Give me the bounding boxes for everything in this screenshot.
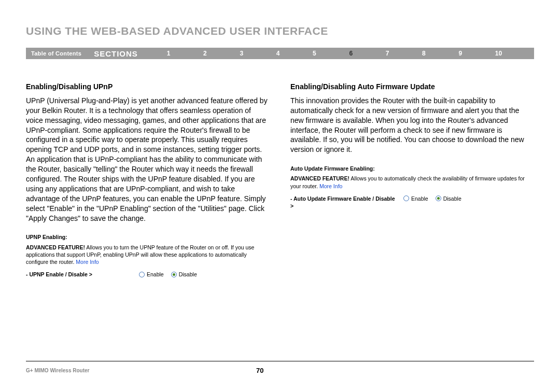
autofw-body: This innovation provides the Router with… — [290, 96, 534, 155]
section-link-1[interactable]: 1 — [167, 50, 171, 57]
page-number: 70 — [89, 367, 430, 374]
section-link-8[interactable]: 8 — [422, 50, 426, 57]
autofw-advanced-feature-label: ADVANCED FEATURE! — [290, 175, 349, 181]
sections-label: SECTIONS — [91, 49, 150, 58]
section-link-5[interactable]: 5 — [313, 50, 316, 57]
upnp-advanced-feature-label: ADVANCED FEATURE! — [26, 244, 85, 250]
autofw-enable-radio[interactable]: Enable — [403, 195, 428, 202]
section-link-10[interactable]: 10 — [495, 50, 502, 57]
upnp-ui-title: UPNP Enabling: — [26, 233, 270, 241]
upnp-enable-text: Enable — [147, 271, 164, 278]
radio-icon — [403, 195, 409, 201]
upnp-more-info-link[interactable]: More Info — [76, 259, 99, 265]
radio-icon — [436, 195, 441, 201]
upnp-disable-radio[interactable]: Disable — [171, 271, 197, 278]
right-column: Enabling/Disabling Auto Firmware Update … — [290, 82, 534, 278]
radio-icon — [171, 272, 177, 277]
upnp-body: UPnP (Universal Plug-and-Play) is yet an… — [26, 96, 270, 223]
section-link-3[interactable]: 3 — [240, 50, 243, 57]
autofw-enable-text: Enable — [411, 195, 428, 202]
upnp-enable-radio[interactable]: Enable — [139, 271, 164, 278]
section-links: 12345678910 — [150, 50, 534, 57]
footer-product: G+ MIMO Wireless Router — [26, 368, 89, 373]
upnp-ui-desc: ADVANCED FEATURE! Allows you to turn the… — [26, 244, 270, 266]
section-navbar: Table of Contents SECTIONS 12345678910 — [26, 48, 534, 59]
section-link-7[interactable]: 7 — [386, 50, 389, 57]
toc-link[interactable]: Table of Contents — [26, 50, 91, 57]
upnp-disable-text: Disable — [179, 271, 197, 278]
radio-icon — [139, 272, 145, 277]
left-column: Enabling/Disabling UPnP UPnP (Universal … — [26, 82, 270, 278]
upnp-option-label: - UPNP Enable / Disable > — [26, 271, 135, 278]
upnp-ui-panel: UPNP Enabling: ADVANCED FEATURE! Allows … — [26, 233, 270, 278]
upnp-heading: Enabling/Disabling UPnP — [26, 82, 270, 92]
section-link-6[interactable]: 6 — [349, 50, 353, 57]
section-link-2[interactable]: 2 — [203, 50, 207, 57]
page-footer: G+ MIMO Wireless Router 70 — [26, 361, 534, 374]
autofw-heading: Enabling/Disabling Auto Firmware Update — [290, 82, 534, 92]
autofw-disable-text: Disable — [443, 195, 461, 202]
autofw-option-label: - Auto Update Firmware Enable / Disable … — [290, 195, 399, 209]
autofw-disable-radio[interactable]: Disable — [436, 195, 461, 202]
section-link-9[interactable]: 9 — [458, 50, 462, 57]
page-title: USING THE WEB-BASED ADVANCED USER INTERF… — [26, 25, 534, 37]
autofw-more-info-link[interactable]: More Info — [319, 183, 342, 189]
autofw-ui-desc: ADVANCED FEATURE! Allows you to automati… — [290, 175, 534, 189]
autofw-ui-title: Auto Update Firmware Enabling: — [290, 165, 534, 172]
section-link-4[interactable]: 4 — [276, 50, 280, 57]
autofw-ui-panel: Auto Update Firmware Enabling: ADVANCED … — [290, 165, 534, 209]
